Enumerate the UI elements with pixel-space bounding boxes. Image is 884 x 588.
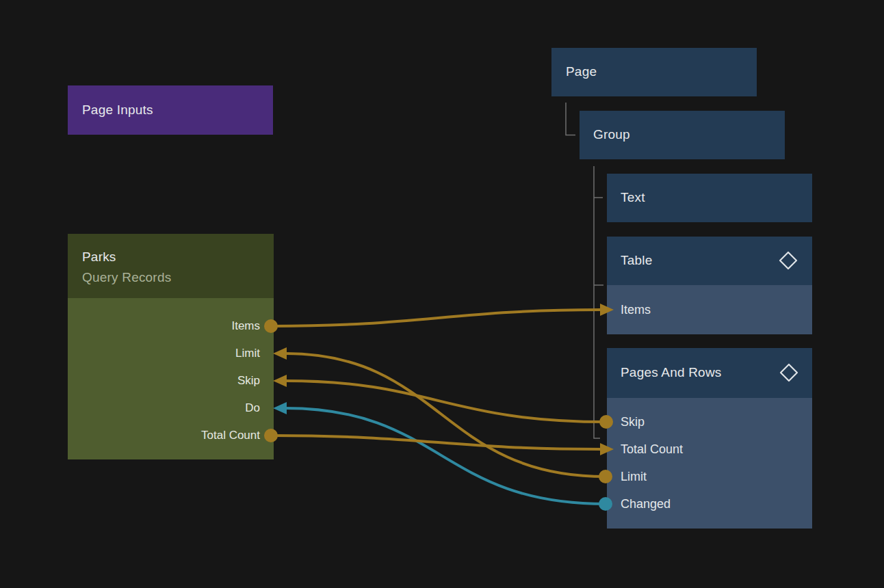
diamond-icon [778,250,798,271]
parks-subtitle: Query Records [82,269,171,286]
pages-and-rows-title: Pages And Rows [621,364,722,382]
group-title: Group [593,126,630,144]
arrowhead-parks-do-input [273,402,287,414]
page-inputs-title: Page Inputs [82,101,153,119]
par-row-changed[interactable]: Changed [621,495,671,513]
wire-par-changed-to-parks-do[interactable] [285,408,606,504]
parks-port-limit[interactable]: Limit [68,345,260,362]
par-row-limit[interactable]: Limit [621,468,647,485]
table-title: Table [621,252,652,269]
par-row-total-count[interactable]: Total Count [621,440,683,458]
table-items-row[interactable]: Items [607,285,812,334]
arrowhead-parks-limit-input [273,347,287,360]
diamond-icon [779,362,799,383]
parks-port-skip[interactable]: Skip [68,372,260,390]
tree-trunk-group-children [594,166,600,438]
table-items-row-label: Items [621,301,651,319]
tree-connector-page-to-group [566,103,575,135]
page-title: Page [566,63,597,81]
wire-par-limit-to-parks-limit[interactable] [285,353,606,477]
parks-header: Parks Query Records [68,234,274,298]
wire-par-skip-to-parks-skip[interactable] [285,381,606,422]
node-graph-canvas[interactable]: Page Inputs Parks Query Records Items Li… [0,0,884,588]
node-page-inputs[interactable]: Page Inputs [68,85,273,135]
parks-port-items[interactable]: Items [68,317,260,335]
wire-parks-items-to-table-items[interactable] [272,310,601,326]
tree-node-page[interactable]: Page [551,48,757,96]
par-row-skip[interactable]: Skip [621,413,645,431]
parks-title: Parks [82,248,116,266]
parks-port-total-count[interactable]: Total Count [68,427,260,444]
tree-node-group[interactable]: Group [580,111,785,159]
wire-parks-totalcount-to-par-totalcount[interactable] [272,436,601,449]
arrowhead-parks-skip-input [273,375,287,387]
text-title: Text [621,189,645,206]
parks-port-do[interactable]: Do [68,399,260,417]
tree-node-text[interactable]: Text [607,174,812,222]
